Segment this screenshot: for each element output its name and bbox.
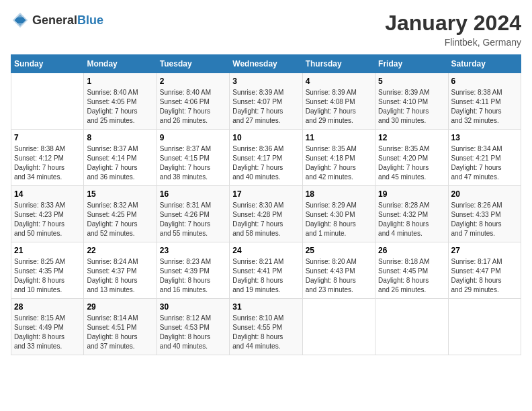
day-info: Sunrise: 8:35 AM Sunset: 4:20 PM Dayligh… [378, 144, 445, 182]
day-info: Sunrise: 8:35 AM Sunset: 4:18 PM Dayligh… [306, 144, 372, 182]
day-number: 30 [160, 302, 226, 312]
logo-text: GeneralBlue [32, 13, 103, 28]
day-header-thursday: Thursday [302, 55, 375, 73]
calendar-cell: 18Sunrise: 8:29 AM Sunset: 4:30 PM Dayli… [302, 186, 375, 242]
day-info: Sunrise: 8:37 AM Sunset: 4:14 PM Dayligh… [87, 144, 153, 182]
day-number: 8 [87, 133, 153, 142]
day-number: 1 [87, 77, 153, 86]
day-number: 26 [378, 246, 445, 255]
calendar-cell: 17Sunrise: 8:30 AM Sunset: 4:28 PM Dayli… [230, 186, 302, 242]
day-number: 17 [232, 189, 299, 199]
calendar-cell: 27Sunrise: 8:17 AM Sunset: 4:47 PM Dayli… [448, 242, 521, 299]
day-info: Sunrise: 8:38 AM Sunset: 4:12 PM Dayligh… [14, 144, 81, 182]
day-number: 3 [232, 77, 299, 86]
day-header-wednesday: Wednesday [230, 55, 302, 73]
day-info: Sunrise: 8:39 AM Sunset: 4:08 PM Dayligh… [306, 88, 372, 126]
day-info: Sunrise: 8:32 AM Sunset: 4:25 PM Dayligh… [87, 201, 153, 238]
day-info: Sunrise: 8:33 AM Sunset: 4:23 PM Dayligh… [14, 201, 81, 238]
calendar-cell [375, 299, 448, 355]
day-number: 14 [14, 189, 81, 199]
day-info: Sunrise: 8:36 AM Sunset: 4:17 PM Dayligh… [232, 144, 299, 182]
day-number: 31 [232, 302, 299, 312]
day-number: 20 [451, 189, 518, 199]
day-number: 4 [306, 77, 372, 86]
day-info: Sunrise: 8:12 AM Sunset: 4:53 PM Dayligh… [160, 314, 226, 351]
day-number: 28 [14, 302, 81, 312]
header: GeneralBlue January 2024 Flintbek, Germa… [11, 11, 521, 48]
logo-general: General [32, 13, 77, 27]
calendar-cell: 5Sunrise: 8:39 AM Sunset: 4:10 PM Daylig… [375, 73, 448, 130]
header-row: SundayMondayTuesdayWednesdayThursdayFrid… [11, 55, 521, 73]
day-info: Sunrise: 8:14 AM Sunset: 4:51 PM Dayligh… [87, 314, 153, 351]
day-number: 7 [14, 133, 81, 142]
calendar-cell: 14Sunrise: 8:33 AM Sunset: 4:23 PM Dayli… [11, 186, 84, 242]
day-info: Sunrise: 8:25 AM Sunset: 4:35 PM Dayligh… [14, 257, 81, 295]
day-number: 10 [232, 133, 299, 142]
calendar-cell: 19Sunrise: 8:28 AM Sunset: 4:32 PM Dayli… [375, 186, 448, 242]
calendar-cell [448, 299, 521, 355]
day-info: Sunrise: 8:26 AM Sunset: 4:33 PM Dayligh… [451, 201, 518, 238]
week-row-3: 14Sunrise: 8:33 AM Sunset: 4:23 PM Dayli… [11, 186, 521, 242]
day-info: Sunrise: 8:37 AM Sunset: 4:15 PM Dayligh… [160, 144, 226, 182]
week-row-4: 21Sunrise: 8:25 AM Sunset: 4:35 PM Dayli… [11, 242, 521, 299]
title-area: January 2024 Flintbek, Germany [385, 11, 521, 48]
day-number: 29 [87, 302, 153, 312]
calendar-cell: 1Sunrise: 8:40 AM Sunset: 4:05 PM Daylig… [84, 73, 157, 130]
day-info: Sunrise: 8:17 AM Sunset: 4:47 PM Dayligh… [451, 257, 518, 295]
day-header-monday: Monday [84, 55, 157, 73]
day-number: 11 [306, 133, 372, 142]
calendar-cell: 12Sunrise: 8:35 AM Sunset: 4:20 PM Dayli… [375, 130, 448, 186]
day-header-friday: Friday [375, 55, 448, 73]
week-row-5: 28Sunrise: 8:15 AM Sunset: 4:49 PM Dayli… [11, 299, 521, 355]
day-number: 22 [87, 246, 153, 255]
calendar-cell: 21Sunrise: 8:25 AM Sunset: 4:35 PM Dayli… [11, 242, 84, 299]
calendar-cell: 11Sunrise: 8:35 AM Sunset: 4:18 PM Dayli… [302, 130, 375, 186]
week-row-2: 7Sunrise: 8:38 AM Sunset: 4:12 PM Daylig… [11, 130, 521, 186]
day-header-sunday: Sunday [11, 55, 84, 73]
day-header-saturday: Saturday [448, 55, 521, 73]
day-number: 12 [378, 133, 445, 142]
day-number: 19 [378, 189, 445, 199]
logo-blue: Blue [77, 13, 103, 27]
day-info: Sunrise: 8:34 AM Sunset: 4:21 PM Dayligh… [451, 144, 518, 182]
calendar-cell: 24Sunrise: 8:21 AM Sunset: 4:41 PM Dayli… [230, 242, 302, 299]
day-number: 2 [160, 77, 226, 86]
day-number: 15 [87, 189, 153, 199]
day-number: 13 [451, 133, 518, 142]
calendar-cell [11, 73, 84, 130]
calendar-cell: 7Sunrise: 8:38 AM Sunset: 4:12 PM Daylig… [11, 130, 84, 186]
day-info: Sunrise: 8:40 AM Sunset: 4:06 PM Dayligh… [160, 88, 226, 126]
day-info: Sunrise: 8:39 AM Sunset: 4:07 PM Dayligh… [232, 88, 299, 126]
day-number: 16 [160, 189, 226, 199]
day-number: 25 [306, 246, 372, 255]
day-info: Sunrise: 8:30 AM Sunset: 4:28 PM Dayligh… [232, 201, 299, 238]
calendar-cell: 13Sunrise: 8:34 AM Sunset: 4:21 PM Dayli… [448, 130, 521, 186]
logo-icon [11, 11, 30, 30]
day-info: Sunrise: 8:23 AM Sunset: 4:39 PM Dayligh… [160, 257, 226, 295]
day-info: Sunrise: 8:31 AM Sunset: 4:26 PM Dayligh… [160, 201, 226, 238]
calendar-cell: 23Sunrise: 8:23 AM Sunset: 4:39 PM Dayli… [157, 242, 229, 299]
day-number: 21 [14, 246, 81, 255]
day-info: Sunrise: 8:15 AM Sunset: 4:49 PM Dayligh… [14, 314, 81, 351]
day-number: 18 [306, 189, 372, 199]
calendar-table: SundayMondayTuesdayWednesdayThursdayFrid… [11, 54, 521, 355]
day-info: Sunrise: 8:10 AM Sunset: 4:55 PM Dayligh… [232, 314, 299, 351]
calendar-cell: 22Sunrise: 8:24 AM Sunset: 4:37 PM Dayli… [84, 242, 157, 299]
location: Flintbek, Germany [385, 37, 521, 48]
day-info: Sunrise: 8:18 AM Sunset: 4:45 PM Dayligh… [378, 257, 445, 295]
calendar-cell: 15Sunrise: 8:32 AM Sunset: 4:25 PM Dayli… [84, 186, 157, 242]
month-year: January 2024 [385, 11, 521, 36]
calendar-cell: 3Sunrise: 8:39 AM Sunset: 4:07 PM Daylig… [230, 73, 302, 130]
day-number: 5 [378, 77, 445, 86]
day-info: Sunrise: 8:29 AM Sunset: 4:30 PM Dayligh… [306, 201, 372, 238]
logo: GeneralBlue [11, 11, 103, 30]
calendar-cell [302, 299, 375, 355]
day-info: Sunrise: 8:40 AM Sunset: 4:05 PM Dayligh… [87, 88, 153, 126]
calendar-cell: 6Sunrise: 8:38 AM Sunset: 4:11 PM Daylig… [448, 73, 521, 130]
day-number: 6 [451, 77, 518, 86]
day-info: Sunrise: 8:28 AM Sunset: 4:32 PM Dayligh… [378, 201, 445, 238]
calendar-cell: 20Sunrise: 8:26 AM Sunset: 4:33 PM Dayli… [448, 186, 521, 242]
day-info: Sunrise: 8:39 AM Sunset: 4:10 PM Dayligh… [378, 88, 445, 126]
day-number: 23 [160, 246, 226, 255]
day-info: Sunrise: 8:21 AM Sunset: 4:41 PM Dayligh… [232, 257, 299, 295]
